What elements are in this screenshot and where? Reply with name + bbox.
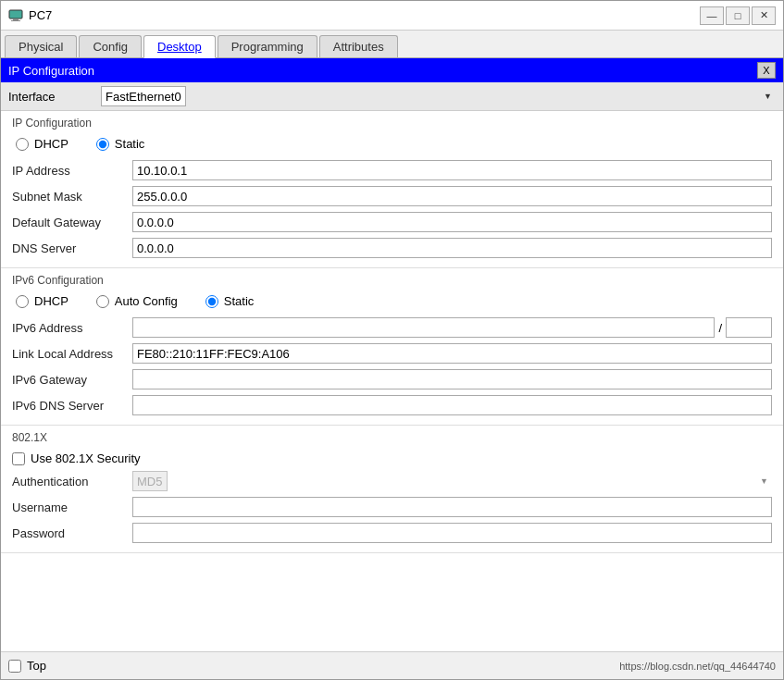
subnet-mask-input[interactable] (132, 186, 772, 206)
pc-icon (8, 8, 23, 23)
top-checkbox[interactable] (8, 660, 21, 673)
ipv6-prefix-input[interactable] (726, 317, 772, 338)
ip-config-close-button[interactable]: X (757, 62, 776, 79)
ipv4-section: IP Configuration DHCP Static IP Address (1, 111, 783, 268)
spacer (1, 553, 783, 609)
subnet-mask-label: Subnet Mask (12, 190, 132, 204)
interface-label: Interface (8, 90, 101, 104)
ip-address-label: IP Address (12, 164, 132, 178)
tab-programming[interactable]: Programming (218, 35, 317, 57)
ip-address-row: IP Address (12, 160, 772, 180)
ip-address-input[interactable] (132, 160, 772, 180)
interface-row: Interface FastEthernet0 (1, 82, 783, 111)
svg-rect-1 (13, 19, 19, 20)
static-radio[interactable] (96, 138, 109, 151)
minimize-button[interactable]: — (700, 6, 724, 25)
ipv6-dns-row: IPv6 DNS Server (12, 395, 772, 415)
dot1x-section: 802.1X Use 802.1X Security Authenticatio… (1, 426, 783, 553)
top-label: Top (27, 659, 46, 673)
bottom-url: https://blog.csdn.net/qq_44644740 (619, 661, 776, 672)
use-security-checkbox[interactable] (12, 452, 25, 465)
auth-label: Authentication (12, 475, 132, 488)
ipv6-auto-option[interactable]: Auto Config (96, 294, 178, 308)
auth-row: Authentication MD5 (12, 471, 772, 491)
password-input[interactable] (132, 523, 772, 543)
window-title: PC7 (29, 8, 52, 22)
interface-select[interactable]: FastEthernet0 (101, 86, 186, 106)
link-local-row: Link Local Address (12, 343, 772, 364)
ipv6-dhcp-radio[interactable] (16, 295, 29, 308)
ipv6-dhcp-label: DHCP (34, 294, 68, 308)
bottom-bar: Top https://blog.csdn.net/qq_44644740 (1, 651, 783, 679)
ipv6-radio-row: DHCP Auto Config Static (12, 294, 772, 308)
dhcp-option[interactable]: DHCP (16, 137, 68, 151)
svg-rect-0 (9, 10, 22, 19)
link-local-label: Link Local Address (12, 347, 132, 361)
dns-server-row: DNS Server (12, 238, 772, 258)
ipv6-gateway-input[interactable] (132, 369, 772, 389)
ipv6-section: IPv6 Configuration DHCP Auto Config Stat… (1, 268, 783, 426)
bottom-left: Top (8, 659, 46, 673)
ip-config-header: IP Configuration X (1, 58, 783, 82)
tab-bar: Physical Config Desktop Programming Attr… (1, 31, 783, 58)
ipv6-static-option[interactable]: Static (205, 294, 255, 308)
dot1x-section-title: 802.1X (12, 431, 772, 444)
title-buttons: — □ ✕ (700, 6, 776, 25)
ipv6-gateway-row: IPv6 Gateway (12, 369, 772, 389)
main-window: PC7 — □ ✕ Physical Config Desktop Progra… (0, 0, 784, 680)
auth-select-wrap: MD5 (132, 471, 772, 491)
ipv6-address-input[interactable] (132, 317, 715, 338)
ip-config-title: IP Configuration (8, 64, 94, 78)
use-security-label: Use 802.1X Security (31, 451, 141, 465)
use-security-row: Use 802.1X Security (12, 451, 772, 465)
static-option[interactable]: Static (96, 137, 145, 151)
static-label: Static (115, 137, 145, 151)
ipv6-static-radio[interactable] (205, 295, 218, 308)
ipv6-dns-label: IPv6 DNS Server (12, 399, 132, 413)
default-gateway-input[interactable] (132, 212, 772, 232)
password-row: Password (12, 523, 772, 543)
ipv6-gateway-label: IPv6 Gateway (12, 373, 132, 387)
ipv6-dhcp-option[interactable]: DHCP (16, 294, 68, 308)
tab-config[interactable]: Config (79, 35, 142, 57)
username-input[interactable] (132, 497, 772, 517)
tab-desktop[interactable]: Desktop (143, 35, 216, 58)
ipv6-addr-wrap: / (132, 317, 772, 338)
ipv4-radio-row: DHCP Static (12, 137, 772, 151)
ipv6-auto-radio[interactable] (96, 295, 109, 308)
ipv6-address-label: IPv6 Address (12, 321, 132, 335)
dns-server-label: DNS Server (12, 241, 132, 255)
tab-physical[interactable]: Physical (5, 35, 77, 57)
title-bar-left: PC7 (8, 8, 52, 23)
ipv6-address-row: IPv6 Address / (12, 317, 772, 338)
default-gateway-row: Default Gateway (12, 212, 772, 232)
dhcp-label: DHCP (34, 137, 68, 151)
link-local-input[interactable] (132, 343, 772, 364)
ipv6-static-label: Static (224, 294, 255, 308)
content-area: IP Configuration X Interface FastEtherne… (1, 58, 783, 651)
ipv6-auto-label: Auto Config (115, 294, 178, 308)
interface-select-wrap: FastEthernet0 (101, 86, 776, 106)
close-button[interactable]: ✕ (752, 6, 776, 25)
auth-select[interactable]: MD5 (132, 471, 168, 491)
dhcp-radio[interactable] (16, 138, 29, 151)
dns-server-input[interactable] (132, 238, 772, 258)
username-label: Username (12, 501, 132, 514)
tab-attributes[interactable]: Attributes (319, 35, 398, 57)
maximize-button[interactable]: □ (726, 6, 750, 25)
ipv6-slash: / (718, 321, 722, 335)
svg-rect-2 (11, 20, 20, 21)
subnet-mask-row: Subnet Mask (12, 186, 772, 206)
ipv4-section-title: IP Configuration (12, 117, 772, 130)
ipv6-section-title: IPv6 Configuration (12, 274, 772, 287)
default-gateway-label: Default Gateway (12, 216, 132, 229)
password-label: Password (12, 526, 132, 540)
ipv6-dns-input[interactable] (132, 395, 772, 415)
username-row: Username (12, 497, 772, 517)
title-bar: PC7 — □ ✕ (1, 1, 783, 31)
